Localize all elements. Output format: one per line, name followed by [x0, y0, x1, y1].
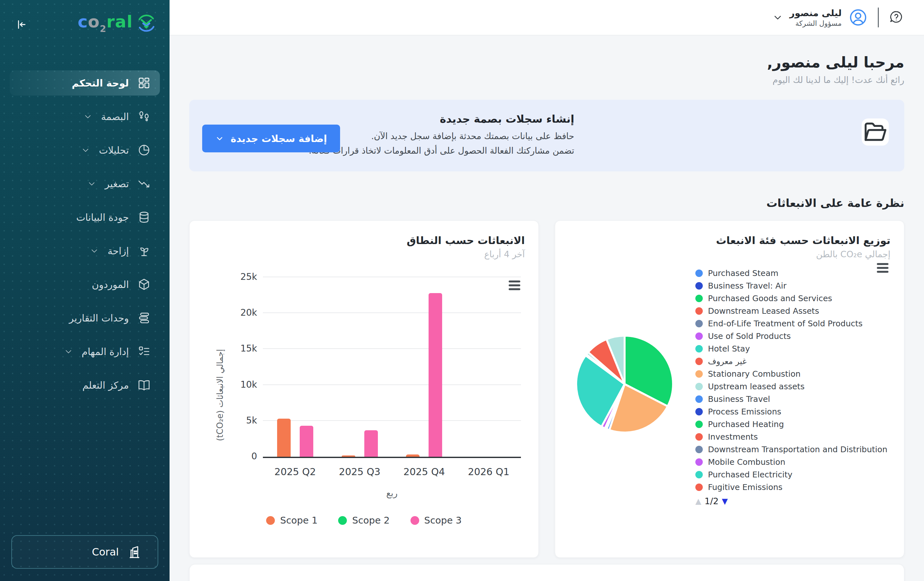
- legend-item-scope-1[interactable]: Scope 1: [266, 515, 317, 526]
- legend-label: Process Emissions: [708, 407, 781, 416]
- legend-label: غير معروف: [708, 357, 747, 366]
- add-records-button-label: إضافة سجلات جديدة: [231, 133, 327, 144]
- bar-scope-1[interactable]: [277, 419, 290, 457]
- bar-scope-1[interactable]: [342, 456, 355, 457]
- legend-dot: [695, 370, 703, 378]
- database-icon: [137, 211, 151, 224]
- legend-item[interactable]: Purchased Steam: [695, 267, 889, 280]
- legend-item[interactable]: Upstream leased assets: [695, 380, 889, 393]
- create-footprint-banner: إنشاء سجلات بصمة جديدة حافظ على بيانات ب…: [189, 100, 904, 171]
- legend-item[interactable]: Hotel Stay: [695, 342, 889, 355]
- legend-label: Use of Sold Products: [708, 331, 791, 341]
- page-indicator: 1/2: [705, 496, 718, 506]
- sidebar-item-analytics[interactable]: تحليلات: [0, 133, 170, 167]
- coral-logo-icon: [136, 13, 157, 34]
- legend-item[interactable]: Investments: [695, 431, 889, 443]
- page-up-icon[interactable]: ▲: [695, 497, 701, 506]
- user-menu[interactable]: ليلى منصور مسؤول الشركة: [772, 7, 868, 28]
- legend-item[interactable]: Purchased Electricity: [695, 468, 889, 481]
- chevron-down-icon: [772, 12, 783, 23]
- pie-chart-subtitle: إجمالي CO₂e بالطن: [569, 249, 890, 259]
- legend-item[interactable]: Downstream Leased Assets: [695, 305, 889, 317]
- main-content: مرحبا ليلى منصور, رائع أنك عدت! إليك ما …: [170, 36, 924, 581]
- sidebar-collapse-icon[interactable]: [14, 18, 27, 31]
- y-tick-label: 25k: [240, 272, 257, 282]
- legend-item[interactable]: Fugitive Emissions: [695, 481, 889, 494]
- add-records-button[interactable]: إضافة سجلات جديدة: [202, 125, 340, 152]
- legend-dot: [695, 383, 703, 390]
- legend-item-scope-2[interactable]: Scope 2: [338, 515, 389, 526]
- user-names: ليلى منصور مسؤول الشركة: [790, 7, 842, 27]
- user-name: ليلى منصور: [790, 7, 842, 19]
- sidebar-item-offset[interactable]: إزاحة: [0, 234, 170, 268]
- pie-chart-title: توزيع الانبعاثات حسب فئة الانبعاث: [569, 234, 890, 247]
- coral-logo: co2ral: [78, 13, 157, 34]
- user-avatar-icon: [848, 7, 868, 28]
- legend-item[interactable]: Downstream Transportation and Distributi…: [695, 443, 889, 456]
- legend-item[interactable]: Business Travel: [695, 393, 889, 405]
- y-tick-label: 0: [251, 451, 257, 462]
- sidebar: co2ral لوحة التحكمالبصمةتحليلاتتصغيرجودة…: [0, 0, 170, 581]
- bar-scope-3[interactable]: [300, 426, 313, 457]
- coral-logo-text: co2ral: [78, 13, 133, 34]
- user-role: مسؤول الشركة: [790, 19, 842, 28]
- emissions-pie-chart[interactable]: [574, 334, 675, 434]
- legend-label: End-of-Life Treatment of Sold Products: [708, 319, 863, 328]
- legend-label: Upstream leased assets: [708, 382, 805, 391]
- legend-item[interactable]: Process Emissions: [695, 405, 889, 418]
- sidebar-item-reduce[interactable]: تصغير: [0, 167, 170, 201]
- next-section-card: [189, 564, 904, 581]
- legend-item[interactable]: Use of Sold Products: [695, 330, 889, 342]
- pie-chart-icon: [137, 143, 151, 157]
- sidebar-item-learning-center[interactable]: مركز التعلم: [0, 368, 170, 402]
- sidebar-item-label: الموردون: [92, 279, 129, 290]
- chevron-down-icon: [81, 145, 91, 155]
- sidebar-item-dashboard[interactable]: لوحة التحكم: [10, 70, 160, 95]
- chevron-down-icon: [87, 179, 97, 189]
- chevron-down-icon: [89, 246, 99, 256]
- x-tick-label: 2026 Q1: [456, 466, 521, 477]
- legend-dot: [695, 395, 703, 403]
- y-tick-label: 20k: [240, 307, 257, 318]
- legend-item[interactable]: غير معروف: [695, 355, 889, 368]
- sidebar-item-task-management[interactable]: إدارة المهام: [0, 335, 170, 368]
- legend-label: Purchased Electricity: [708, 470, 792, 479]
- legend-item[interactable]: Business Travel: Air: [695, 280, 889, 292]
- legend-item[interactable]: End-of-Life Treatment of Sold Products: [695, 317, 889, 330]
- sidebar-item-data-quality[interactable]: جودة البيانات: [0, 201, 170, 234]
- book-icon: [137, 378, 151, 392]
- legend-label: Purchased Goods and Services: [708, 294, 832, 303]
- banner-title: إنشاء سجلات بصمة جديدة: [170, 113, 574, 125]
- legend-item[interactable]: Purchased Goods and Services: [695, 292, 889, 305]
- x-tick-label: 2025 Q2: [263, 466, 327, 477]
- tasks-icon: [137, 345, 151, 358]
- bar-chart-ylabel: إجمالي الانبعاثات (tCO₂e): [215, 349, 225, 441]
- trending-down-icon: [137, 177, 151, 191]
- bar-scope-3[interactable]: [429, 293, 442, 457]
- sidebar-item-suppliers[interactable]: الموردون: [0, 268, 170, 301]
- sidebar-nav: لوحة التحكمالبصمةتحليلاتتصغيرجودة البيان…: [0, 66, 170, 402]
- legend-pagination: ▲1/2▼: [695, 496, 889, 506]
- sidebar-item-label: لوحة التحكم: [72, 77, 129, 89]
- page-down-icon[interactable]: ▼: [722, 497, 728, 506]
- legend-item[interactable]: Stationary Combustion: [695, 368, 889, 380]
- organization-card[interactable]: Coral: [11, 535, 158, 569]
- help-icon[interactable]: [888, 10, 904, 25]
- sidebar-item-reporting-units[interactable]: وحدات التقارير: [0, 301, 170, 335]
- legend-dot: [338, 516, 347, 525]
- legend-item[interactable]: Purchased Heating: [695, 418, 889, 431]
- organization-name: Coral: [92, 546, 119, 558]
- legend-label: Hotel Stay: [708, 344, 750, 354]
- y-tick-label: 5k: [246, 415, 257, 425]
- pie-legend: Purchased SteamBusiness Travel: AirPurch…: [695, 267, 889, 506]
- bar-scope-3[interactable]: [364, 430, 378, 457]
- bar-group-2025-q2: [263, 277, 327, 457]
- legend-item[interactable]: Mobile Combustion: [695, 456, 889, 468]
- legend-item-scope-3[interactable]: Scope 3: [411, 515, 462, 526]
- legend-dot: [695, 458, 703, 466]
- package-icon: [137, 278, 151, 291]
- bar-scope-1[interactable]: [406, 454, 419, 457]
- bar-group-2025-q3: [327, 277, 392, 457]
- sidebar-item-label: إدارة المهام: [82, 346, 129, 357]
- sidebar-item-footprint[interactable]: البصمة: [0, 100, 170, 133]
